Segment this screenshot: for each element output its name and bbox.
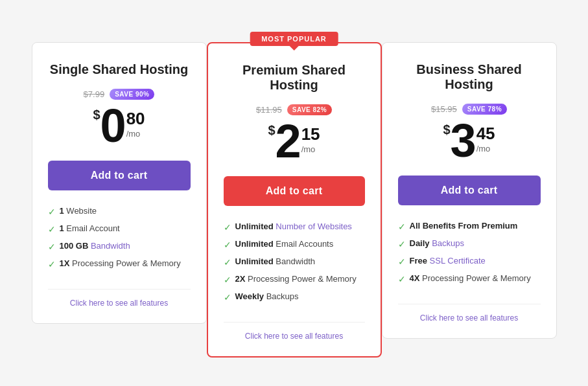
divider bbox=[224, 322, 365, 323]
feature-item: ✓ 1X Processing Power & Memory bbox=[48, 258, 191, 269]
feature-item: ✓ 100 GB Bandwidth bbox=[48, 241, 191, 252]
plan-title-premium: Premium Shared Hosting bbox=[224, 63, 365, 93]
feature-text: 2X Processing Power & Memory bbox=[235, 274, 357, 284]
price-row-premium: $11.95 SAVE 82% bbox=[256, 104, 332, 115]
price-mo-premium: /mo bbox=[301, 144, 320, 154]
check-icon: ✓ bbox=[224, 257, 231, 267]
feature-item: ✓ 1 Website bbox=[48, 206, 191, 217]
original-price-business: $15.95 bbox=[431, 104, 457, 114]
plan-title-single: Single Shared Hosting bbox=[50, 62, 188, 77]
feature-text: 100 GB Bandwidth bbox=[60, 241, 130, 251]
price-mo-business: /mo bbox=[476, 144, 495, 153]
price-dollar-single: $ bbox=[93, 108, 100, 122]
save-badge-business: SAVE 78% bbox=[462, 104, 507, 115]
price-display-premium: $ 2 15 /mo bbox=[268, 118, 320, 165]
price-main-business: 3 bbox=[451, 117, 476, 164]
add-to-cart-business[interactable]: Add to cart bbox=[398, 176, 541, 205]
price-cents-premium: 15 bbox=[301, 124, 320, 144]
feature-item: ✓ Daily Backups bbox=[398, 238, 541, 249]
features-list-premium: ✓ Unlimited Number of Websites ✓ Unlimit… bbox=[224, 221, 365, 309]
price-cents-mo-single: 80 /mo bbox=[126, 109, 145, 139]
see-all-features-single[interactable]: Click here to see all features bbox=[70, 299, 168, 308]
feature-item: ✓ Unlimited Email Accounts bbox=[224, 239, 365, 250]
see-all-features-premium[interactable]: Click here to see all features bbox=[245, 332, 343, 341]
check-icon: ✓ bbox=[224, 292, 231, 302]
feature-text: Unlimited Email Accounts bbox=[235, 239, 334, 249]
price-cents-mo-premium: 15 /mo bbox=[301, 124, 320, 154]
price-cents-single: 80 bbox=[126, 109, 145, 129]
original-price-premium: $11.95 bbox=[256, 105, 282, 115]
feature-text: 1 Email Account bbox=[60, 223, 120, 233]
divider bbox=[48, 289, 191, 290]
price-dollar-business: $ bbox=[443, 122, 450, 137]
feature-item: ✓ 2X Processing Power & Memory bbox=[224, 274, 365, 285]
check-icon: ✓ bbox=[224, 222, 231, 233]
feature-item: ✓ Unlimited Number of Websites bbox=[224, 221, 365, 233]
feature-item: ✓ 4X Processing Power & Memory bbox=[398, 273, 541, 284]
save-badge-premium: SAVE 82% bbox=[287, 104, 332, 115]
check-icon: ✓ bbox=[398, 256, 406, 267]
add-to-cart-premium[interactable]: Add to cart bbox=[224, 176, 365, 206]
features-list-business: ✓ All Benefits From Premium ✓ Daily Back… bbox=[398, 221, 541, 291]
plan-card-business: Business Shared Hosting $15.95 SAVE 78% … bbox=[382, 42, 557, 339]
check-icon: ✓ bbox=[48, 242, 56, 252]
feature-item: ✓ Unlimited Bandwidth bbox=[224, 256, 365, 267]
price-display-business: $ 3 45 /mo bbox=[443, 117, 495, 164]
feature-text: Daily Backups bbox=[410, 238, 465, 248]
save-badge-single: SAVE 90% bbox=[110, 89, 154, 100]
price-dollar-premium: $ bbox=[268, 123, 275, 138]
check-icon: ✓ bbox=[398, 239, 406, 249]
check-icon: ✓ bbox=[398, 221, 406, 232]
price-display-single: $ 0 80 /mo bbox=[93, 102, 145, 149]
most-popular-badge: MOST POPULAR bbox=[250, 32, 338, 46]
feature-item: ✓ Free SSL Certificate bbox=[398, 256, 541, 267]
plan-card-single: Single Shared Hosting $7.99 SAVE 90% $ 0… bbox=[32, 42, 207, 324]
check-icon: ✓ bbox=[48, 207, 56, 217]
feature-text: Weekly Backups bbox=[235, 291, 299, 301]
see-all-features-business[interactable]: Click here to see all features bbox=[420, 313, 518, 323]
price-row-business: $15.95 SAVE 78% bbox=[431, 104, 507, 115]
original-price-single: $7.99 bbox=[84, 89, 105, 99]
price-mo-single: /mo bbox=[126, 129, 145, 139]
check-icon: ✓ bbox=[224, 240, 231, 250]
add-to-cart-single[interactable]: Add to cart bbox=[48, 161, 191, 190]
features-list-single: ✓ 1 Website ✓ 1 Email Account ✓ 100 GB B… bbox=[48, 206, 191, 276]
price-main-premium: 2 bbox=[276, 118, 301, 165]
check-icon: ✓ bbox=[48, 259, 56, 269]
plan-title-business: Business Shared Hosting bbox=[398, 62, 541, 92]
feature-text: 1 Website bbox=[60, 206, 97, 216]
price-cents-mo-business: 45 /mo bbox=[476, 124, 495, 153]
feature-text: Free SSL Certificate bbox=[410, 256, 486, 266]
feature-text: Unlimited Bandwidth bbox=[235, 256, 316, 266]
divider bbox=[398, 304, 541, 304]
price-row-single: $7.99 SAVE 90% bbox=[84, 89, 155, 100]
feature-item: ✓ All Benefits From Premium bbox=[398, 221, 541, 232]
check-icon: ✓ bbox=[398, 274, 406, 284]
feature-text: 4X Processing Power & Memory bbox=[410, 273, 531, 283]
feature-text: All Benefits From Premium bbox=[410, 221, 518, 231]
feature-item: ✓ 1 Email Account bbox=[48, 223, 191, 234]
price-cents-business: 45 bbox=[476, 124, 495, 144]
check-icon: ✓ bbox=[224, 275, 231, 285]
check-icon: ✓ bbox=[48, 224, 56, 234]
feature-text: 1X Processing Power & Memory bbox=[60, 258, 181, 268]
plan-card-premium: MOST POPULARPremium Shared Hosting $11.9… bbox=[207, 42, 382, 358]
pricing-section: Single Shared Hosting $7.99 SAVE 90% $ 0… bbox=[0, 16, 588, 370]
price-main-single: 0 bbox=[100, 102, 126, 149]
feature-item: ✓ Weekly Backups bbox=[224, 291, 365, 302]
feature-text: Unlimited Number of Websites bbox=[235, 221, 352, 231]
